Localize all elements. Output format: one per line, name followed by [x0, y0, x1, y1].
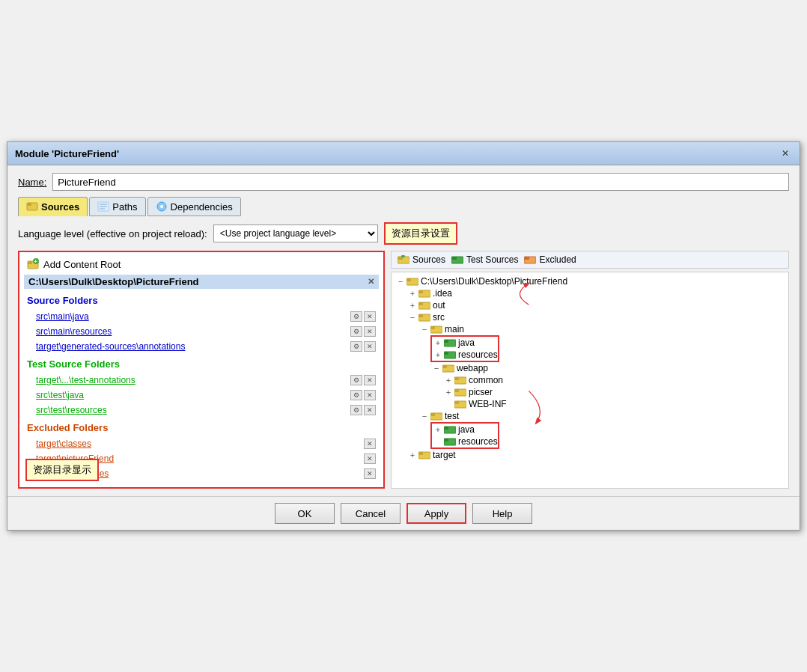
source-folder-edit-btn-2[interactable]: ⚙ — [350, 326, 362, 337]
resources-source-expander[interactable]: + — [432, 350, 444, 359]
tree-node-src[interactable]: − src — [406, 311, 785, 323]
module-dialog: Module 'PictureFriend' ✕ Name: Sources P… — [7, 141, 800, 531]
tree-node-resources-source[interactable]: + resources — [432, 349, 498, 361]
tree-node-webapp[interactable]: − webapp — [430, 362, 785, 374]
svg-rect-9 — [28, 261, 32, 264]
excluded-folders-header: Excluded Folders — [24, 419, 379, 435]
test-source-folder-path-3: src\test\resources — [36, 405, 350, 415]
svg-rect-40 — [454, 401, 459, 404]
legend-test-sources-label: Test Sources — [466, 254, 518, 265]
java-test-expander[interactable]: + — [432, 425, 444, 434]
test-source-folder-edit-btn-3[interactable]: ⚙ — [350, 405, 362, 415]
webinf-label: WEB-INF — [469, 399, 507, 409]
tree-root-label: C:\Users\Dulk\Desktop\PictureFriend — [421, 276, 567, 287]
excluded-folder-remove-btn-3[interactable]: ✕ — [364, 468, 376, 479]
ok-button[interactable]: OK — [275, 503, 335, 524]
add-content-root-button[interactable]: + Add Content Root — [24, 257, 379, 272]
source-folder-actions-1: ⚙ ✕ — [350, 311, 376, 322]
close-button[interactable]: ✕ — [779, 147, 792, 160]
idea-expander[interactable]: + — [406, 289, 418, 298]
tree-root-expander[interactable]: − — [395, 277, 406, 286]
cancel-button[interactable]: Cancel — [341, 503, 401, 524]
target-expander[interactable]: + — [406, 450, 418, 459]
picser-expander[interactable]: + — [442, 388, 454, 397]
tree-node-idea[interactable]: + .idea — [406, 287, 785, 299]
tab-sources[interactable]: Sources — [18, 197, 88, 216]
tab-paths[interactable]: Paths — [89, 197, 145, 216]
out-label: out — [433, 300, 445, 311]
webapp-expander[interactable]: − — [430, 364, 442, 373]
tree-node-webinf[interactable]: + WEB-INF — [442, 398, 785, 410]
dialog-content: Name: Sources Paths Dependencies Languag… — [7, 165, 800, 496]
legend-excluded[interactable]: Excluded — [524, 254, 576, 265]
webapp-folder-icon — [442, 363, 454, 373]
tree-node-test-java-wrapper: + java + — [430, 422, 785, 449]
help-button[interactable]: Help — [472, 503, 532, 524]
test-source-folder-edit-btn-2[interactable]: ⚙ — [350, 390, 362, 400]
resources-test-label: resources — [458, 436, 498, 447]
excluded-folder-actions-2: ✕ — [364, 453, 376, 464]
source-folder-item-3: target\generated-sources\annotations ⚙ ✕ — [24, 340, 379, 352]
source-folder-actions-3: ⚙ ✕ — [350, 341, 376, 352]
source-folder-edit-btn-3[interactable]: ⚙ — [350, 341, 362, 352]
tree-node-main[interactable]: − main — [418, 323, 785, 335]
java-source-expander[interactable]: + — [432, 338, 444, 347]
svg-rect-26 — [418, 314, 423, 317]
source-folder-remove-btn-1[interactable]: ✕ — [364, 311, 376, 322]
tree-node-picser[interactable]: + picser — [442, 386, 785, 398]
main-label: main — [445, 324, 464, 335]
java-test-folder-icon — [444, 424, 456, 435]
tab-dependencies[interactable]: Dependencies — [147, 197, 241, 216]
legend-test-sources[interactable]: Test Sources — [451, 254, 518, 265]
tree-root-node[interactable]: − C:\Users\Dulk\Desktop\PictureFriend — [395, 275, 785, 287]
test-source-folder-remove-btn-2[interactable]: ✕ — [364, 390, 376, 400]
out-expander[interactable]: + — [406, 301, 418, 310]
module-name-input[interactable] — [52, 173, 789, 191]
source-folder-path-1: src\main\java — [36, 311, 350, 322]
sources-tab-icon — [26, 201, 38, 213]
tree-node-java-source[interactable]: + java — [432, 337, 498, 349]
test-source-folder-path-1: target\...\test-annotations — [36, 375, 350, 385]
svg-rect-20 — [406, 278, 411, 281]
source-folder-remove-btn-2[interactable]: ✕ — [364, 326, 376, 337]
legend-row: Sources Test Sources — [391, 251, 789, 269]
file-tree[interactable]: − C:\Users\Dulk\Desktop\PictureFriend + — [391, 272, 789, 489]
test-source-folder-remove-btn-1[interactable]: ✕ — [364, 375, 376, 385]
tree-node-resources-test[interactable]: + resources — [432, 436, 498, 448]
svg-rect-24 — [418, 302, 423, 305]
annotation-right: 资源目录设置 — [384, 222, 457, 245]
tree-node-common[interactable]: + common — [442, 374, 785, 386]
test-source-folder-remove-btn-3[interactable]: ✕ — [364, 405, 376, 415]
language-level-select[interactable]: <Use project language level> — [213, 224, 378, 242]
legend-sources[interactable]: Sources — [398, 254, 445, 265]
main-expander[interactable]: − — [418, 325, 430, 334]
excluded-folder-path-1: target\classes — [36, 439, 364, 449]
apply-button[interactable]: Apply — [406, 503, 466, 524]
dialog-title: Module 'PictureFriend' — [15, 148, 119, 159]
tree-node-target[interactable]: + target — [406, 449, 785, 461]
test-source-folder-edit-btn-1[interactable]: ⚙ — [350, 375, 362, 385]
svg-rect-1 — [27, 203, 31, 206]
svg-text:+: + — [34, 259, 37, 264]
idea-folder-icon — [418, 288, 430, 299]
target-folder-icon — [418, 450, 430, 460]
source-folder-path-2: src\main\resources — [36, 326, 350, 337]
tree-node-java-test[interactable]: + java — [432, 424, 498, 436]
name-row: Name: — [18, 173, 789, 191]
excluded-folder-remove-btn-1[interactable]: ✕ — [364, 439, 376, 449]
picser-folder-icon — [454, 387, 466, 397]
add-content-root-icon: + — [27, 258, 39, 270]
excluded-folder-remove-btn-2[interactable]: ✕ — [364, 453, 376, 464]
content-root-close-icon[interactable]: ✕ — [368, 277, 374, 287]
tree-node-out[interactable]: + out — [406, 299, 785, 311]
source-folder-remove-btn-3[interactable]: ✕ — [364, 341, 376, 352]
svg-point-7 — [160, 205, 163, 208]
legend-sources-icon — [398, 255, 409, 265]
test-expander[interactable]: − — [418, 412, 430, 421]
close-icon: ✕ — [782, 148, 789, 159]
common-expander[interactable]: + — [442, 376, 454, 385]
tree-node-test[interactable]: − test — [418, 410, 785, 422]
source-folder-edit-btn-1[interactable]: ⚙ — [350, 311, 362, 322]
src-expander[interactable]: − — [406, 313, 418, 322]
src-label: src — [433, 312, 445, 323]
